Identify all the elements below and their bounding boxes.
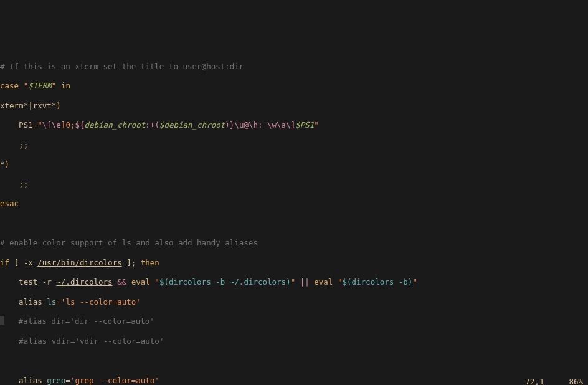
esc: \[\e [42, 120, 61, 130]
pattern: * [0, 159, 5, 169]
var: $PS1 [295, 120, 314, 130]
sub: $( [342, 277, 351, 287]
str: " [150, 277, 159, 287]
str: ]0; [61, 120, 75, 130]
eq: = [56, 297, 61, 307]
sub: ) [286, 277, 291, 287]
test: [ -x [9, 258, 37, 267]
sub: $( [159, 277, 169, 287]
op: :+ [145, 120, 154, 130]
cmd: dircolors -b [352, 277, 408, 287]
eval: eval [131, 277, 150, 287]
vim-statusbar: 72,1 86% [0, 376, 588, 385]
kw-then: then [141, 258, 159, 267]
path: /usr/bin/dircolors [37, 258, 121, 267]
comment: # If this is an xterm set the title to u… [0, 62, 244, 71]
kw-case: case [0, 81, 19, 90]
str: " [314, 120, 319, 130]
comment: #alias vdir='vdir --color=auto' [19, 336, 164, 346]
rparen: ) [56, 101, 61, 110]
semisemi: ;; [0, 179, 28, 189]
path: ~/.dircolors [56, 277, 112, 287]
semisemi: ;; [0, 140, 28, 150]
kw-in: in [56, 81, 70, 90]
paren: ( [154, 120, 159, 130]
var: $debian_chroot [159, 120, 225, 130]
var: $TERM [28, 81, 52, 90]
pattern: xterm*|rxvt* [0, 101, 56, 110]
str: 'ls --color=auto' [61, 297, 141, 307]
scroll-percent: 86% [569, 376, 583, 385]
kw-if: if [0, 258, 9, 267]
or: || [295, 277, 314, 287]
braces: ${ [75, 120, 84, 130]
str: " [412, 277, 417, 287]
comment: #alias dir='dir --color=auto' [19, 316, 154, 326]
var: debian_chroot [85, 120, 146, 130]
str: " [333, 277, 342, 287]
code-editor[interactable]: # If this is an xterm set the title to u… [0, 44, 588, 385]
kw-esac: esac [0, 199, 19, 208]
test: ]; [122, 258, 141, 267]
comment [0, 336, 19, 346]
and: && [113, 277, 131, 287]
comment: # enable color support of ls and also ad… [0, 238, 258, 247]
cmd-ls: ls [47, 297, 56, 307]
rparen: ) [5, 159, 10, 169]
str: " [37, 120, 42, 130]
eval: eval [314, 277, 333, 287]
test: test -r [0, 277, 56, 287]
assign: PS1= [0, 120, 37, 130]
comment [4, 316, 19, 326]
paren: ) [225, 120, 230, 130]
cursor [0, 316, 4, 325]
cursor-position: 72,1 [525, 376, 544, 385]
str: " [19, 81, 28, 90]
esc: \u@\h: \w\a\] [234, 120, 295, 130]
cmd: dircolors -b ~/.dircolors [169, 277, 286, 287]
alias-kw: alias [0, 297, 47, 307]
